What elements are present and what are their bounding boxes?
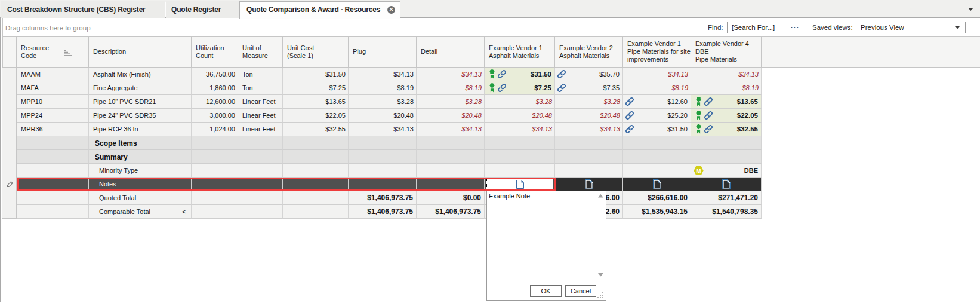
svg-text:M: M (696, 168, 701, 175)
